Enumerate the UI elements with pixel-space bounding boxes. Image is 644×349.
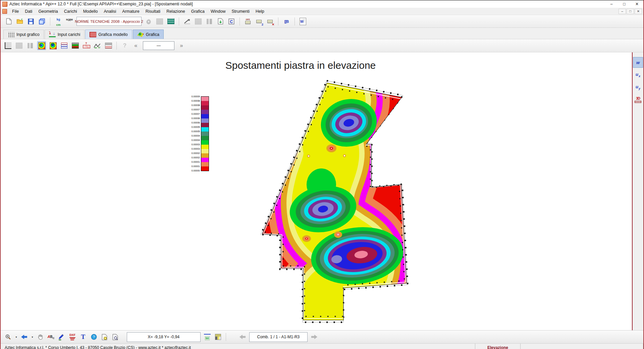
fill-mode-icon[interactable] <box>15 42 23 50</box>
word-export-icon[interactable] <box>299 17 307 26</box>
mdi-minimize-button[interactable]: – <box>619 9 626 14</box>
norm-tecniche-selector[interactable]: NORME TECNICHE 2008 - Approccio 2 <box>76 17 142 26</box>
moment-diagram-icon[interactable]: M <box>93 42 101 50</box>
back-arrow-icon[interactable] <box>20 333 28 341</box>
legend-label: 0.00001 <box>192 165 200 168</box>
legend-label: 0.00005 <box>192 130 200 133</box>
menu-item-modello[interactable]: Modello <box>80 8 101 14</box>
combination-selector[interactable]: Comb. 1 / 1 - A1-M1-R3 <box>249 332 308 342</box>
main-toolbar: kgcm NORM⌒ NORME TECNICHE 2008 - Approcc… <box>1 15 643 28</box>
soil-layers-icon[interactable] <box>71 42 79 50</box>
new-file-icon[interactable] <box>5 17 13 26</box>
result-selector-dropdown[interactable]: — <box>143 41 174 50</box>
application-window: Aztec Informatica * Api++ 12.0 * Full [C… <box>0 0 644 349</box>
zoom-icon[interactable] <box>4 333 12 341</box>
legend-label: 0.00004 <box>192 135 200 137</box>
3d-view-button[interactable]: 3D <box>633 94 643 105</box>
menu-items: FileDatiGeometriaCarichiModelloAnalisiAr… <box>9 8 267 14</box>
w-view-button[interactable]: w <box>633 57 643 68</box>
text-tool-icon[interactable]: T <box>79 333 87 341</box>
previous-result-chevrons[interactable]: « <box>132 42 140 50</box>
beam-load-icon[interactable]: ? <box>82 42 90 50</box>
maximize-button[interactable]: □ <box>618 0 631 8</box>
next-combination-arrow[interactable] <box>310 333 318 341</box>
toolbar-separator <box>116 42 117 50</box>
menu-item-armature[interactable]: Armature <box>119 8 142 14</box>
redraw-brush-icon[interactable] <box>58 333 66 341</box>
tab-label: Grafica modello <box>98 32 128 37</box>
result-button-label: ux <box>636 72 640 78</box>
help-globe-icon[interactable]: ? <box>90 333 98 341</box>
app-icon <box>2 2 7 7</box>
report-icon[interactable]: [[B <box>282 17 290 26</box>
opz-verifiche-icon[interactable]: OPZ <box>244 17 252 26</box>
menu-item-carichi[interactable]: Carichi <box>61 8 80 14</box>
units-kg-cm-icon[interactable]: kgcm <box>54 17 62 26</box>
verifiche-2-icon[interactable]: 2 <box>255 17 263 26</box>
drawing-canvas[interactable]: Spostamenti piastra in elevazione <box>1 52 633 330</box>
save-all-icon[interactable] <box>38 17 46 26</box>
help-icon[interactable]: ? <box>121 42 129 50</box>
contour-moment-icon[interactable]: M <box>49 42 57 50</box>
piles-icon[interactable] <box>26 42 34 50</box>
wall-icon[interactable] <box>167 17 175 26</box>
stripes-icon[interactable] <box>104 42 112 50</box>
mdi-close-button[interactable]: ✕ <box>635 9 642 14</box>
close-button[interactable]: ✕ <box>631 0 643 8</box>
tab-label: Grafica <box>146 32 159 37</box>
zoom-dropdown-caret[interactable]: ▼ <box>15 336 17 338</box>
verifiche-x-icon[interactable]: ✕ <box>266 17 274 26</box>
back-dropdown-caret[interactable]: ▼ <box>31 336 34 338</box>
analysis-tools-icon[interactable] <box>183 17 191 26</box>
grafica-modello-icon <box>90 32 96 37</box>
legend-label: 0.00006 <box>192 121 200 124</box>
menu-item-file[interactable]: File <box>9 8 22 14</box>
contour-displacement-icon[interactable]: u <box>37 41 46 50</box>
mdi-child-icon <box>2 9 7 14</box>
menu-item-risultati[interactable]: Risultati <box>143 8 163 14</box>
legend-swatches <box>201 96 209 171</box>
menu-item-window[interactable]: Window <box>208 8 228 14</box>
open-file-icon[interactable] <box>16 17 24 26</box>
menu-item-help[interactable]: Help <box>253 8 267 14</box>
result-button-label: uy <box>636 84 640 90</box>
menu-item-analisi[interactable]: Analisi <box>101 8 119 14</box>
tab-input-grafico[interactable]: Input grafico <box>3 30 44 39</box>
previous-combination-arrow[interactable] <box>238 333 247 341</box>
grafica-icon <box>137 32 144 37</box>
legend-toggle-icon[interactable] <box>214 333 222 341</box>
ux-view-button[interactable]: ux <box>633 69 643 80</box>
gear-icon[interactable] <box>145 17 153 26</box>
dimension-50-icon[interactable]: 50 <box>203 333 211 341</box>
menu-item-dati[interactable]: Dati <box>22 8 35 14</box>
tab-input-carichi[interactable]: Input carichi <box>45 30 85 39</box>
section-bars-icon[interactable] <box>60 42 68 50</box>
menu-item-relazione[interactable]: Relazione <box>163 8 188 14</box>
labels-abc-icon[interactable]: AABCBC <box>47 333 55 341</box>
legend-swatch <box>201 140 209 145</box>
legend-swatch <box>201 136 209 140</box>
material-icon[interactable] <box>156 17 164 26</box>
phase-icon[interactable] <box>194 17 202 26</box>
menu-item-geometria[interactable]: Geometria <box>35 8 61 14</box>
minimize-button[interactable]: – <box>605 0 618 8</box>
norm-icon[interactable]: NORM⌒ <box>65 17 73 26</box>
calculator-icon[interactable]: C <box>227 17 235 26</box>
pan-hand-icon[interactable] <box>36 333 44 341</box>
next-result-chevrons[interactable]: » <box>177 42 185 50</box>
menu-item-grafica[interactable]: Grafica <box>188 8 208 14</box>
print-preview-icon[interactable] <box>111 333 119 341</box>
dxf-export-icon[interactable]: DXF <box>68 333 76 341</box>
page-setup-icon[interactable] <box>101 333 109 341</box>
legend-label: 0.00003 <box>192 148 200 150</box>
export-data-icon[interactable] <box>216 17 224 26</box>
column-icon[interactable] <box>205 17 213 26</box>
mdi-restore-button[interactable]: □ <box>627 9 634 14</box>
grid-ruler-icon[interactable] <box>4 42 12 50</box>
legend-label: 0.00001 <box>192 161 200 163</box>
uy-view-button[interactable]: uy <box>633 82 643 93</box>
menu-item-strumenti[interactable]: Strumenti <box>229 8 253 14</box>
save-icon[interactable] <box>27 17 35 26</box>
tab-grafica[interactable]: Grafica <box>133 30 164 39</box>
tab-grafica-modello[interactable]: Grafica modello <box>85 30 132 39</box>
